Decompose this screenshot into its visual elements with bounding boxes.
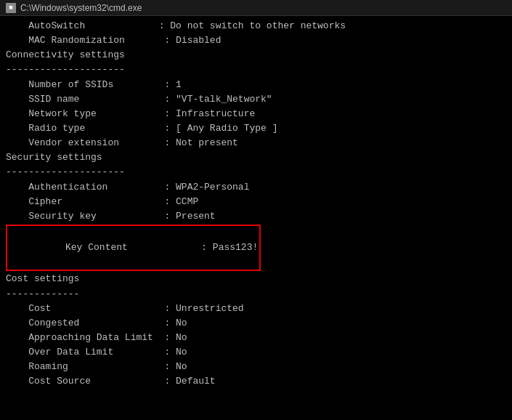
cost-header: -------------	[6, 287, 506, 302]
line-num-ssids: Number of SSIDs : 1	[6, 78, 506, 92]
line-security-key: Security key : Present	[6, 209, 506, 224]
line-network-type: Network type : Infrastructure	[6, 107, 506, 121]
line-cost: Congested : No	[6, 316, 506, 331]
line-vendor-ext: Vendor extension : Not present	[6, 136, 506, 150]
connectivity-header: Connectivity settings	[6, 48, 506, 62]
line-autoswitch: AutoSwitch : Do not switch to other netw…	[6, 19, 506, 33]
line-roaming: Cost Source : Default	[6, 374, 506, 389]
key-content-label: Key Content	[43, 242, 201, 253]
line-mac-random: MAC Randomization : Disabled	[6, 33, 506, 48]
sec-divider: ---------------------	[6, 165, 506, 179]
line-cipher: Cipher : CCMP	[6, 195, 506, 209]
line-over-data: Roaming : No	[6, 360, 506, 374]
line-radio-type: Radio type : [ Any Radio Type ]	[6, 121, 506, 136]
terminal-body: AutoSwitch : Do not switch to other netw…	[0, 16, 512, 392]
key-content-row-wrapper: Key Content : Pass123!	[6, 225, 506, 271]
line-approaching: Over Data Limit : No	[6, 345, 506, 360]
line-ssid-name: SSID name : "VT-talk_Network"	[6, 92, 506, 107]
conn-divider: ---------------------	[6, 62, 506, 77]
line-congested: Approaching Data Limit : No	[6, 331, 506, 345]
cmd-icon: ■	[6, 3, 16, 13]
cost-divider: Cost : Unrestricted	[6, 302, 506, 316]
line-authentication: Authentication : WPA2-Personal	[6, 180, 506, 195]
key-content-row: Key Content : Pass123!	[6, 225, 261, 271]
title-bar: ■ C:\Windows\system32\cmd.exe	[0, 0, 512, 16]
security-header: Security settings	[6, 150, 506, 165]
title-bar-text: C:\Windows\system32\cmd.exe	[20, 3, 142, 13]
line-blank4: Cost settings	[6, 272, 506, 286]
key-content-value: : Pass123!	[201, 242, 258, 253]
